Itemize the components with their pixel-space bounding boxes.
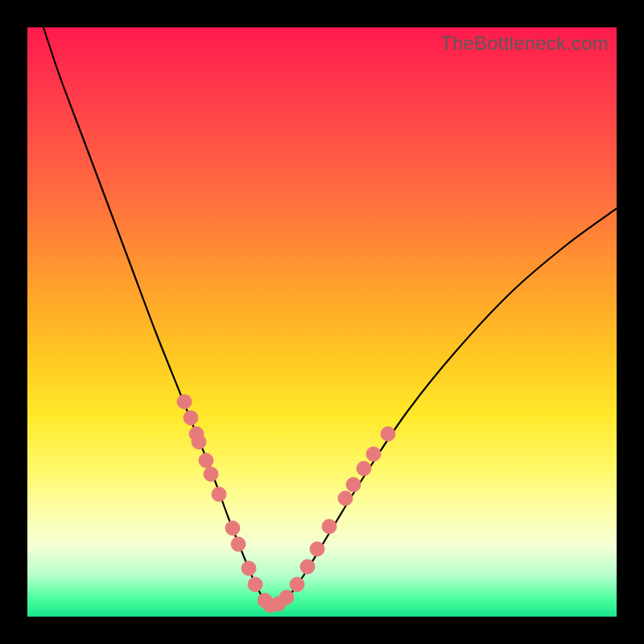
sample-dot xyxy=(248,577,262,592)
sample-dot xyxy=(300,559,315,574)
sample-dot xyxy=(279,590,294,605)
sample-dots xyxy=(177,394,395,613)
sample-dot xyxy=(212,487,226,502)
sample-dot xyxy=(290,577,304,592)
plot-area: TheBottleneck.com xyxy=(27,27,617,617)
sample-dot xyxy=(231,537,246,551)
sample-dot xyxy=(346,477,361,492)
sample-dot xyxy=(322,519,336,534)
curve-svg xyxy=(27,27,617,617)
sample-dot xyxy=(192,435,206,449)
sample-dot xyxy=(381,427,395,441)
sample-dot xyxy=(338,491,353,506)
sample-dot xyxy=(310,542,324,556)
sample-dot xyxy=(366,447,381,461)
chart-frame: TheBottleneck.com xyxy=(0,0,644,644)
sample-dot xyxy=(242,561,256,576)
sample-dot xyxy=(204,467,218,481)
sample-dot xyxy=(184,411,198,425)
sample-dot xyxy=(177,394,192,409)
sample-dot xyxy=(225,521,240,535)
sample-dot xyxy=(199,453,213,468)
sample-dot xyxy=(357,461,371,476)
